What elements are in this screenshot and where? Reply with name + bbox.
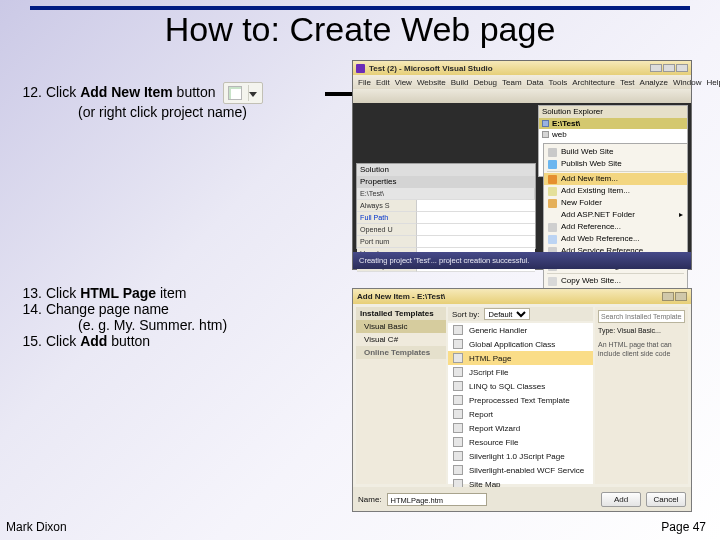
template-icon bbox=[453, 409, 463, 419]
menu-item-copy-web-site-[interactable]: Copy Web Site... bbox=[544, 275, 687, 287]
template-global-application-class[interactable]: Global Application Class bbox=[448, 337, 593, 351]
step-14-text: Change page name bbox=[46, 301, 169, 317]
template-label: Generic Handler bbox=[469, 326, 588, 335]
lang-visual-basic[interactable]: Visual Basic bbox=[356, 320, 446, 333]
installed-templates-header: Installed Templates bbox=[356, 307, 446, 320]
menu-item-label: Add ASP.NET Folder bbox=[561, 210, 635, 220]
template-preprocessed-text-template[interactable]: Preprocessed Text Template bbox=[448, 393, 593, 407]
menu-team[interactable]: Team bbox=[502, 78, 522, 87]
menu-data[interactable]: Data bbox=[527, 78, 544, 87]
menu-item-add-web-reference-[interactable]: Add Web Reference... bbox=[544, 233, 687, 245]
menu-debug[interactable]: Debug bbox=[473, 78, 497, 87]
solution-root-text: E:\Test\ bbox=[552, 119, 580, 128]
menu-item-new-folder[interactable]: New Folder bbox=[544, 197, 687, 209]
menu-item-build-web-site[interactable]: Build Web Site bbox=[544, 146, 687, 158]
template-report-wizard[interactable]: Report Wizard bbox=[448, 421, 593, 435]
template-label: Global Application Class bbox=[469, 340, 588, 349]
vs-title: Test (2) - Microsoft Visual Studio bbox=[369, 64, 493, 73]
menu-file[interactable]: File bbox=[358, 78, 371, 87]
help-icon[interactable] bbox=[662, 292, 674, 301]
menu-item-label: Add Web Reference... bbox=[561, 234, 640, 244]
step-15-post: button bbox=[107, 333, 150, 349]
menu-item-label: Publish Web Site bbox=[561, 159, 622, 169]
templates-list[interactable]: Generic HandlerGlobal Application ClassH… bbox=[448, 323, 593, 484]
solution-node[interactable]: web bbox=[539, 129, 687, 140]
template-desc: An HTML page that can include client sid… bbox=[598, 340, 685, 358]
menu-window[interactable]: Window bbox=[673, 78, 701, 87]
step-15-pre: Click bbox=[46, 333, 80, 349]
solution-explorer-header: Solution Explorer bbox=[539, 106, 687, 118]
menu-test[interactable]: Test bbox=[620, 78, 635, 87]
maximize-icon[interactable] bbox=[663, 64, 675, 72]
step-14-example: (e. g. My. Summer. htm) bbox=[20, 317, 227, 333]
online-templates[interactable]: Online Templates bbox=[356, 346, 446, 359]
menu-item-label: New Folder bbox=[561, 198, 602, 208]
template-silverlight-jscript-page[interactable]: Silverlight 1.0 JScript Page bbox=[448, 449, 593, 463]
menu-item-icon bbox=[548, 199, 557, 208]
prop-key: Full Path bbox=[357, 212, 417, 224]
author: Mark Dixon bbox=[6, 520, 67, 534]
prop-value[interactable] bbox=[417, 224, 535, 236]
template-resource-file[interactable]: Resource File bbox=[448, 435, 593, 449]
template-icon bbox=[453, 451, 463, 461]
menu-item-add-reference-[interactable]: Add Reference... bbox=[544, 221, 687, 233]
prop-key: Always S bbox=[357, 200, 417, 212]
menu-edit[interactable]: Edit bbox=[376, 78, 390, 87]
cancel-button[interactable]: Cancel bbox=[646, 492, 686, 507]
search-input[interactable] bbox=[598, 310, 685, 323]
prop-value[interactable] bbox=[417, 200, 535, 212]
menu-item-publish-web-site[interactable]: Publish Web Site bbox=[544, 158, 687, 170]
menu-item-label: Build Web Site bbox=[561, 147, 613, 157]
name-field[interactable]: HTMLPage.htm bbox=[387, 493, 487, 506]
template-type: Type: Visual Basic... bbox=[598, 327, 685, 334]
template-label: Report Wizard bbox=[469, 424, 588, 433]
menu-item-add-asp-net-folder[interactable]: Add ASP.NET Folder▸ bbox=[544, 209, 687, 221]
lang-visual-c-[interactable]: Visual C# bbox=[356, 333, 446, 346]
prop-value[interactable] bbox=[417, 212, 535, 224]
prop-value[interactable] bbox=[417, 236, 535, 248]
menu-item-icon bbox=[548, 187, 557, 196]
add-button[interactable]: Add bbox=[601, 492, 641, 507]
template-html-page[interactable]: HTML Page bbox=[448, 351, 593, 365]
minimize-icon[interactable] bbox=[650, 64, 662, 72]
menu-item-icon bbox=[548, 148, 557, 157]
template-icon bbox=[453, 423, 463, 433]
template-label: Silverlight 1.0 JScript Page bbox=[469, 452, 588, 461]
menu-item-icon bbox=[548, 211, 557, 220]
template-generic-handler[interactable]: Generic Handler bbox=[448, 323, 593, 337]
sort-label: Sort by: bbox=[452, 310, 480, 319]
templates-left[interactable]: Installed Templates Visual BasicVisual C… bbox=[356, 307, 446, 484]
menu-analyze[interactable]: Analyze bbox=[640, 78, 668, 87]
template-jscript-file[interactable]: JScript File bbox=[448, 365, 593, 379]
vs-status-text: Creating project 'Test'... project creat… bbox=[359, 256, 529, 265]
step-13-pre: Click bbox=[46, 285, 80, 301]
menu-architecture[interactable]: Architecture bbox=[572, 78, 615, 87]
menu-tools[interactable]: Tools bbox=[549, 78, 568, 87]
sort-bar: Sort by: Default bbox=[448, 307, 593, 321]
sort-select[interactable]: Default bbox=[484, 308, 530, 320]
window-buttons bbox=[650, 64, 688, 72]
menu-item-icon bbox=[548, 223, 557, 232]
menu-view[interactable]: View bbox=[395, 78, 412, 87]
template-icon bbox=[453, 339, 463, 349]
step-15-bold: Add bbox=[80, 333, 107, 349]
menu-help[interactable]: Help bbox=[706, 78, 720, 87]
template-icon bbox=[453, 367, 463, 377]
solution-root[interactable]: E:\Test\ bbox=[539, 118, 687, 129]
properties-header: Properties bbox=[360, 177, 396, 186]
project-icon bbox=[542, 120, 549, 127]
menu-item-icon bbox=[548, 175, 557, 184]
template-report[interactable]: Report bbox=[448, 407, 593, 421]
template-label: Silverlight-enabled WCF Service bbox=[469, 466, 588, 475]
menu-build[interactable]: Build bbox=[451, 78, 469, 87]
properties-panel[interactable]: Solution Properties E:\Test\ Always SFul… bbox=[356, 163, 536, 249]
menu-item-add-new-item[interactable]: Add New Item... bbox=[544, 173, 687, 185]
step-15-num: 15. bbox=[20, 333, 42, 349]
menu-item-add-existing-item-[interactable]: Add Existing Item... bbox=[544, 185, 687, 197]
template-silverlight-enabled-wcf-service[interactable]: Silverlight-enabled WCF Service bbox=[448, 463, 593, 477]
menu-website[interactable]: Website bbox=[417, 78, 446, 87]
template-icon bbox=[453, 325, 463, 335]
close-icon[interactable] bbox=[675, 292, 687, 301]
close-icon[interactable] bbox=[676, 64, 688, 72]
template-linq-to-sql-classes[interactable]: LINQ to SQL Classes bbox=[448, 379, 593, 393]
